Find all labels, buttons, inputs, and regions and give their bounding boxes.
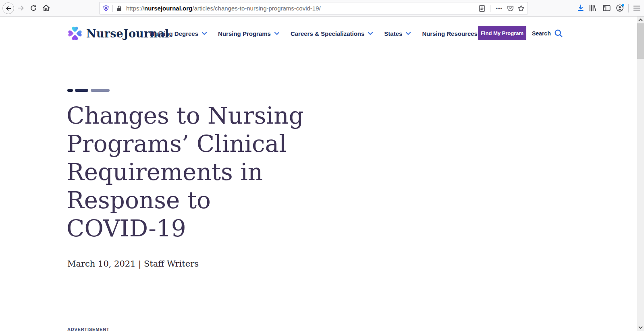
- url-host: nursejournal.org: [144, 5, 192, 12]
- nav-label: Careers & Specializations: [291, 30, 364, 37]
- reload-icon: [30, 4, 37, 12]
- page-scrollbar[interactable]: [637, 17, 644, 331]
- scroll-up-button[interactable]: [637, 17, 644, 23]
- dash-small: [67, 89, 73, 92]
- chevron-up-icon: [638, 19, 643, 21]
- nav-item-nursing-resources[interactable]: Nursing Resources: [422, 30, 486, 37]
- account-icon: [616, 4, 625, 12]
- lock-icon: [116, 5, 122, 12]
- title-line: Programs’ Clinical: [66, 130, 324, 158]
- nav-label: Nursing Resources: [422, 30, 478, 37]
- forward-arrow-icon: [17, 4, 25, 12]
- back-button[interactable]: [2, 2, 14, 14]
- sidebar-icon: [603, 4, 611, 12]
- forward-button[interactable]: [17, 4, 25, 12]
- nursejournal-logo-icon: [66, 25, 83, 42]
- account-button[interactable]: [616, 4, 625, 12]
- urlbar-separator: [112, 5, 113, 12]
- toolbar-separator: [628, 4, 629, 12]
- nav-item-nursing-degrees[interactable]: Nursing Degrees: [150, 30, 207, 37]
- find-my-program-button[interactable]: Find My Program: [478, 26, 526, 40]
- library-icon: [589, 4, 596, 12]
- title-accent-dashes: [67, 89, 110, 92]
- browser-toolbar: https://nursejournal.org/articles/change…: [0, 0, 644, 17]
- home-button[interactable]: [42, 4, 50, 12]
- chevron-down-icon: [274, 32, 279, 35]
- menu-button[interactable]: [633, 5, 640, 11]
- scrollbar-thumb[interactable]: [637, 23, 644, 59]
- nav-item-states[interactable]: States: [384, 30, 411, 37]
- home-icon: [42, 4, 50, 12]
- ellipsis-icon: •••: [496, 5, 503, 11]
- chevron-down-icon: [638, 326, 643, 329]
- title-line: Response to: [66, 186, 324, 214]
- search-icon: [554, 29, 563, 38]
- title-line: Changes to Nursing: [66, 101, 324, 130]
- nav-label: Nursing Degrees: [150, 30, 198, 37]
- sidebar-toggle-button[interactable]: [603, 4, 611, 12]
- chevron-down-icon: [406, 32, 411, 35]
- pocket-button[interactable]: [507, 2, 514, 14]
- advertisement-label: ADVERTISEMENT: [67, 327, 110, 331]
- nav-label: States: [384, 30, 402, 37]
- article-byline: March 10, 2021 | Staff Writers: [67, 259, 199, 269]
- library-button[interactable]: [589, 4, 596, 12]
- reload-button[interactable]: [30, 4, 37, 12]
- nav-item-nursing-programs[interactable]: Nursing Programs: [218, 30, 279, 37]
- url-text[interactable]: https://nursejournal.org/articles/change…: [126, 5, 321, 12]
- search-button[interactable]: Search: [532, 25, 563, 42]
- reader-mode-button[interactable]: [479, 2, 485, 14]
- screen: https://nursejournal.org/articles/change…: [0, 0, 644, 331]
- article-title: Changes to Nursing Programs’ Clinical Re…: [66, 101, 324, 242]
- bookmark-star-button[interactable]: [517, 2, 525, 14]
- dash-medium: [75, 89, 88, 92]
- pocket-icon: [507, 5, 514, 12]
- chevron-down-icon: [368, 32, 373, 35]
- dash-large: [91, 89, 110, 92]
- downloads-button[interactable]: [577, 4, 584, 12]
- page-actions-button[interactable]: •••: [496, 2, 503, 14]
- star-icon: [517, 5, 525, 12]
- nav-item-careers-specializations[interactable]: Careers & Specializations: [291, 30, 373, 37]
- title-line: Requirements in: [66, 158, 324, 186]
- tracking-protection-shield-icon[interactable]: [103, 5, 109, 12]
- back-arrow-icon: [5, 5, 12, 12]
- main-nav: Nursing Degrees Nursing Programs Careers…: [150, 25, 486, 42]
- hamburger-icon: [633, 5, 640, 11]
- scroll-down-button[interactable]: [637, 324, 644, 331]
- title-line: COVID-19: [66, 214, 324, 242]
- reader-mode-icon: [479, 5, 485, 12]
- download-icon: [577, 4, 584, 12]
- chevron-down-icon: [202, 32, 207, 35]
- url-scheme: https://: [126, 5, 144, 12]
- urlbar-right-separator: [490, 5, 490, 12]
- nav-label: Nursing Programs: [218, 30, 271, 37]
- url-bar[interactable]: https://nursejournal.org/articles/change…: [99, 2, 528, 14]
- search-label: Search: [532, 30, 551, 37]
- url-path: /articles/changes-to-nursing-programs-co…: [192, 5, 320, 12]
